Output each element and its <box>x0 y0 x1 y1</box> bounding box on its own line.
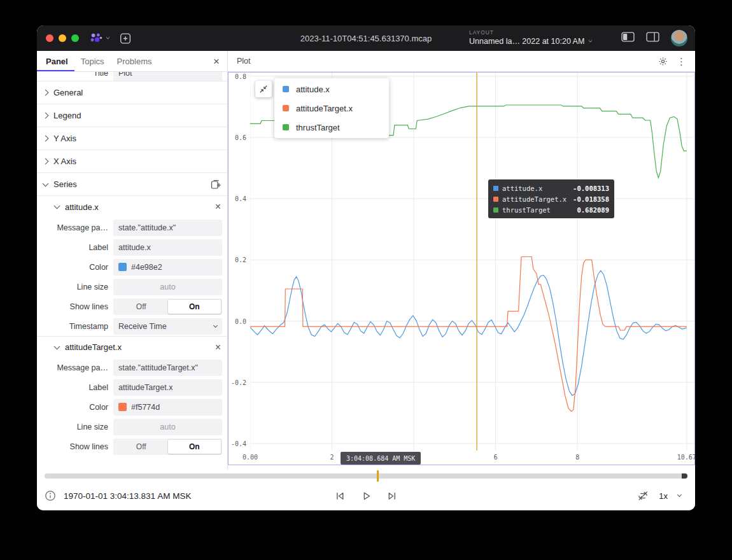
setting-row-label: Label attitudeTarget.x <box>37 377 227 397</box>
chevron-right-icon <box>43 136 49 142</box>
section-legend[interactable]: Legend <box>37 104 227 127</box>
playback-speed[interactable]: 1x <box>659 491 668 501</box>
close-sidebar-icon[interactable]: × <box>213 56 220 67</box>
field-label: Color <box>37 403 108 412</box>
color-swatch <box>118 263 127 271</box>
section-label: Legend <box>53 111 81 120</box>
remove-series-icon[interactable]: × <box>215 202 221 212</box>
zoom-window-button[interactable] <box>71 34 79 42</box>
scrubber-track[interactable] <box>45 473 687 479</box>
series-color-swatch <box>283 124 289 130</box>
show-lines-off-button[interactable]: Off <box>115 300 168 314</box>
playback-scrubber[interactable] <box>45 470 687 482</box>
x-tick-label: 6 <box>494 454 498 461</box>
user-avatar[interactable] <box>671 30 687 46</box>
legend-item[interactable]: attitudeTarget.x <box>274 99 389 118</box>
message-path-input[interactable]: state."attitudeTarget.x" <box>113 360 222 376</box>
field-label: Show lines <box>37 302 108 311</box>
setting-row-show-lines: Show lines Off On <box>37 297 227 316</box>
speed-chevron-icon[interactable] <box>677 493 682 497</box>
legend-item[interactable]: attitude.x <box>274 80 389 99</box>
add-window-button[interactable] <box>118 32 132 45</box>
playback-controls: 1970-01-01 3:04:13.831 AM MSK <box>37 482 695 510</box>
playback-info-icon[interactable] <box>45 490 56 501</box>
clipped-title-row: Title Plot <box>37 72 227 81</box>
y-tick-label: 0.4 <box>235 195 246 202</box>
settings-gear-icon[interactable] <box>658 57 668 66</box>
close-window-button[interactable] <box>46 34 53 42</box>
section-label: General <box>53 88 83 97</box>
app-window: 2023-11-10T04:51:45.631370.mcap LAYOUT U… <box>37 25 695 510</box>
setting-row-color: Color #4e98e2 <box>37 257 227 277</box>
field-value: #f5774d <box>131 403 160 412</box>
label-input[interactable]: attitudeTarget.x <box>113 379 222 396</box>
playback-bar: 1970-01-01 3:04:13.831 AM MSK <box>37 470 695 510</box>
title-input[interactable]: Plot <box>113 72 222 81</box>
foxglove-logo-icon <box>89 32 103 45</box>
tab-panel[interactable]: Panel <box>37 51 74 71</box>
section-series[interactable]: Series <box>37 173 227 196</box>
field-value: Receive Time <box>118 322 167 331</box>
legend-item[interactable]: thrustTarget <box>274 118 389 137</box>
section-label: X Axis <box>53 157 76 166</box>
show-lines-off-button[interactable]: Off <box>115 440 168 454</box>
field-label: Color <box>37 263 108 272</box>
remove-series-icon[interactable]: × <box>215 342 221 353</box>
show-lines-on-button[interactable]: On <box>168 440 222 454</box>
field-label: Line size <box>37 283 108 291</box>
tooltip-label: attitudeTarget.x <box>502 195 567 203</box>
show-lines-on-button[interactable]: On <box>168 300 222 314</box>
color-input[interactable]: #f5774d <box>113 399 222 416</box>
setting-row-timestamp: Timestamp Receive Time <box>37 316 227 336</box>
y-tick-label: 0.0 <box>235 318 246 325</box>
legend-label: attitudeTarget.x <box>296 104 353 113</box>
setting-row-label: Label attitude.x <box>37 237 227 257</box>
more-options-icon[interactable]: ⋮ <box>677 57 686 66</box>
right-sidebar-toggle-button[interactable] <box>646 32 659 45</box>
x-tick-label: 10.67 <box>677 454 695 461</box>
layout-menu-button[interactable]: LAYOUT Unnamed la… 2022 at 10:20 AM <box>469 29 592 46</box>
field-value: #4e98e2 <box>131 263 162 272</box>
section-y-axis[interactable]: Y Axis <box>37 127 227 150</box>
tab-problems[interactable]: Problems <box>111 51 158 71</box>
color-input[interactable]: #4e98e2 <box>113 259 222 276</box>
chevron-down-icon <box>588 38 593 43</box>
playback-right-controls: 1x <box>637 490 687 501</box>
message-path-input[interactable]: state."attitude.x" <box>113 220 222 236</box>
section-label: Y Axis <box>53 134 76 143</box>
series-item-attitude-x[interactable]: attitude.x × <box>37 196 227 218</box>
play-button[interactable] <box>361 491 372 501</box>
loop-off-icon[interactable] <box>637 490 649 501</box>
line-size-input[interactable]: auto <box>113 279 222 295</box>
app-menu-button[interactable] <box>89 32 109 45</box>
desktop-background: { "colors": { "accent": "#4f46e5", "pane… <box>0 0 732 560</box>
plot-chart[interactable]: 0.80.60.40.20.0-0.2-0.4 0.00246810.67 3:… <box>228 72 695 465</box>
series-color-swatch <box>493 207 498 213</box>
line-size-input[interactable]: auto <box>113 419 222 435</box>
seek-end-button[interactable] <box>387 491 398 501</box>
color-swatch <box>118 403 127 411</box>
label-input[interactable]: attitude.x <box>113 239 222 256</box>
data-source-title[interactable]: 2023-11-10T04:51:45.631370.mcap <box>300 34 432 43</box>
titlebar: 2023-11-10T04:51:45.631370.mcap LAYOUT U… <box>37 25 695 51</box>
field-value: state."attitude.x" <box>118 223 176 232</box>
left-sidebar-toggle-button[interactable] <box>621 32 635 45</box>
timestamp-select[interactable]: Receive Time <box>113 318 222 335</box>
series-item-attitude-target-x[interactable]: attitudeTarget.x × <box>37 336 227 358</box>
add-series-icon[interactable] <box>211 179 221 190</box>
y-tick-label: -0.2 <box>231 379 246 386</box>
y-tick-label: -0.4 <box>231 440 246 447</box>
field-value: auto <box>160 423 175 431</box>
tab-topics[interactable]: Topics <box>74 51 111 71</box>
seek-start-button[interactable] <box>335 491 346 501</box>
collapse-legend-button[interactable] <box>255 81 272 97</box>
field-value: attitude.x <box>118 243 151 252</box>
playback-position-marker[interactable] <box>377 470 379 482</box>
chevron-right-icon <box>43 90 49 96</box>
minimize-window-button[interactable] <box>59 34 66 42</box>
field-label: Message pa… <box>37 223 108 232</box>
section-x-axis[interactable]: X Axis <box>37 150 227 173</box>
y-tick-label: 0.2 <box>235 256 246 263</box>
section-general[interactable]: General <box>37 81 227 104</box>
x-tick-label: 2 <box>330 454 334 461</box>
